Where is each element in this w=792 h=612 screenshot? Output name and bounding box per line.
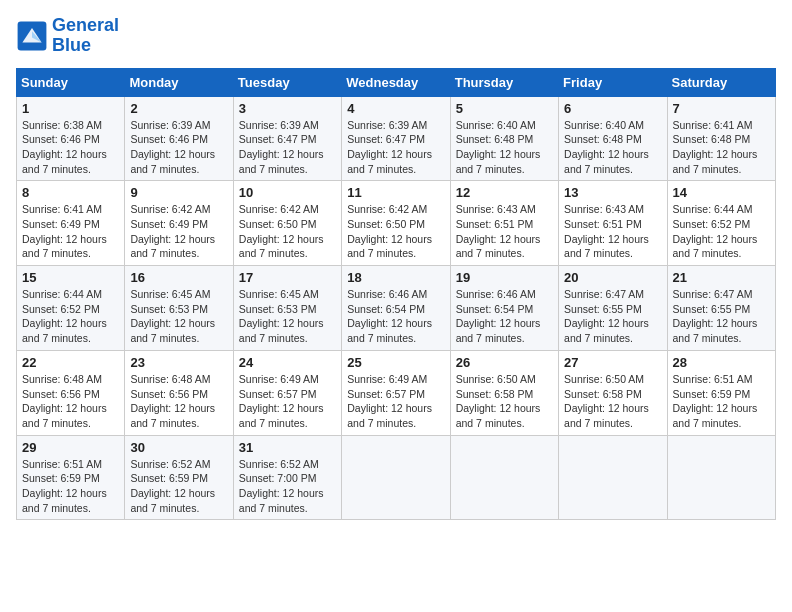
day-info: Sunrise: 6:51 AM Sunset: 6:59 PM Dayligh… <box>673 372 770 431</box>
day-info: Sunrise: 6:38 AM Sunset: 6:46 PM Dayligh… <box>22 118 119 177</box>
day-info: Sunrise: 6:39 AM Sunset: 6:47 PM Dayligh… <box>347 118 444 177</box>
calendar-cell: 3 Sunrise: 6:39 AM Sunset: 6:47 PM Dayli… <box>233 96 341 181</box>
calendar-cell: 6 Sunrise: 6:40 AM Sunset: 6:48 PM Dayli… <box>559 96 667 181</box>
day-number: 11 <box>347 185 444 200</box>
calendar-week-row: 29 Sunrise: 6:51 AM Sunset: 6:59 PM Dayl… <box>17 435 776 520</box>
day-number: 13 <box>564 185 661 200</box>
calendar-cell: 24 Sunrise: 6:49 AM Sunset: 6:57 PM Dayl… <box>233 350 341 435</box>
day-info: Sunrise: 6:52 AM Sunset: 6:59 PM Dayligh… <box>130 457 227 516</box>
calendar-cell: 12 Sunrise: 6:43 AM Sunset: 6:51 PM Dayl… <box>450 181 558 266</box>
day-info: Sunrise: 6:43 AM Sunset: 6:51 PM Dayligh… <box>456 202 553 261</box>
calendar-cell: 22 Sunrise: 6:48 AM Sunset: 6:56 PM Dayl… <box>17 350 125 435</box>
calendar-cell: 26 Sunrise: 6:50 AM Sunset: 6:58 PM Dayl… <box>450 350 558 435</box>
day-number: 4 <box>347 101 444 116</box>
calendar-cell: 20 Sunrise: 6:47 AM Sunset: 6:55 PM Dayl… <box>559 266 667 351</box>
day-info: Sunrise: 6:49 AM Sunset: 6:57 PM Dayligh… <box>239 372 336 431</box>
day-info: Sunrise: 6:45 AM Sunset: 6:53 PM Dayligh… <box>130 287 227 346</box>
day-number: 29 <box>22 440 119 455</box>
calendar-cell: 18 Sunrise: 6:46 AM Sunset: 6:54 PM Dayl… <box>342 266 450 351</box>
day-info: Sunrise: 6:44 AM Sunset: 6:52 PM Dayligh… <box>22 287 119 346</box>
day-info: Sunrise: 6:39 AM Sunset: 6:46 PM Dayligh… <box>130 118 227 177</box>
day-number: 16 <box>130 270 227 285</box>
day-number: 19 <box>456 270 553 285</box>
day-number: 27 <box>564 355 661 370</box>
day-number: 10 <box>239 185 336 200</box>
calendar-cell: 4 Sunrise: 6:39 AM Sunset: 6:47 PM Dayli… <box>342 96 450 181</box>
day-info: Sunrise: 6:42 AM Sunset: 6:49 PM Dayligh… <box>130 202 227 261</box>
day-info: Sunrise: 6:39 AM Sunset: 6:47 PM Dayligh… <box>239 118 336 177</box>
calendar-cell <box>559 435 667 520</box>
calendar-cell: 2 Sunrise: 6:39 AM Sunset: 6:46 PM Dayli… <box>125 96 233 181</box>
day-info: Sunrise: 6:48 AM Sunset: 6:56 PM Dayligh… <box>130 372 227 431</box>
weekday-header: Monday <box>125 68 233 96</box>
calendar-week-row: 15 Sunrise: 6:44 AM Sunset: 6:52 PM Dayl… <box>17 266 776 351</box>
day-number: 30 <box>130 440 227 455</box>
day-number: 24 <box>239 355 336 370</box>
day-number: 22 <box>22 355 119 370</box>
calendar-cell: 19 Sunrise: 6:46 AM Sunset: 6:54 PM Dayl… <box>450 266 558 351</box>
calendar-cell: 13 Sunrise: 6:43 AM Sunset: 6:51 PM Dayl… <box>559 181 667 266</box>
day-number: 21 <box>673 270 770 285</box>
calendar-cell: 31 Sunrise: 6:52 AM Sunset: 7:00 PM Dayl… <box>233 435 341 520</box>
page-header: General Blue <box>16 16 776 56</box>
calendar-table: SundayMondayTuesdayWednesdayThursdayFrid… <box>16 68 776 521</box>
day-number: 15 <box>22 270 119 285</box>
calendar-cell: 23 Sunrise: 6:48 AM Sunset: 6:56 PM Dayl… <box>125 350 233 435</box>
weekday-header: Thursday <box>450 68 558 96</box>
calendar-cell: 21 Sunrise: 6:47 AM Sunset: 6:55 PM Dayl… <box>667 266 775 351</box>
day-number: 17 <box>239 270 336 285</box>
day-info: Sunrise: 6:48 AM Sunset: 6:56 PM Dayligh… <box>22 372 119 431</box>
day-number: 25 <box>347 355 444 370</box>
calendar-cell: 9 Sunrise: 6:42 AM Sunset: 6:49 PM Dayli… <box>125 181 233 266</box>
day-number: 3 <box>239 101 336 116</box>
calendar-cell: 25 Sunrise: 6:49 AM Sunset: 6:57 PM Dayl… <box>342 350 450 435</box>
day-info: Sunrise: 6:50 AM Sunset: 6:58 PM Dayligh… <box>564 372 661 431</box>
day-number: 6 <box>564 101 661 116</box>
calendar-cell <box>667 435 775 520</box>
day-number: 20 <box>564 270 661 285</box>
day-number: 14 <box>673 185 770 200</box>
logo: General Blue <box>16 16 119 56</box>
calendar-body: 1 Sunrise: 6:38 AM Sunset: 6:46 PM Dayli… <box>17 96 776 520</box>
day-info: Sunrise: 6:46 AM Sunset: 6:54 PM Dayligh… <box>347 287 444 346</box>
day-info: Sunrise: 6:41 AM Sunset: 6:48 PM Dayligh… <box>673 118 770 177</box>
logo-text: General Blue <box>52 16 119 56</box>
day-number: 12 <box>456 185 553 200</box>
calendar-cell: 16 Sunrise: 6:45 AM Sunset: 6:53 PM Dayl… <box>125 266 233 351</box>
day-info: Sunrise: 6:42 AM Sunset: 6:50 PM Dayligh… <box>239 202 336 261</box>
day-number: 2 <box>130 101 227 116</box>
calendar-cell: 27 Sunrise: 6:50 AM Sunset: 6:58 PM Dayl… <box>559 350 667 435</box>
day-number: 26 <box>456 355 553 370</box>
calendar-cell <box>450 435 558 520</box>
day-number: 1 <box>22 101 119 116</box>
day-info: Sunrise: 6:40 AM Sunset: 6:48 PM Dayligh… <box>456 118 553 177</box>
day-info: Sunrise: 6:47 AM Sunset: 6:55 PM Dayligh… <box>564 287 661 346</box>
calendar-week-row: 8 Sunrise: 6:41 AM Sunset: 6:49 PM Dayli… <box>17 181 776 266</box>
calendar-week-row: 1 Sunrise: 6:38 AM Sunset: 6:46 PM Dayli… <box>17 96 776 181</box>
weekday-header: Saturday <box>667 68 775 96</box>
calendar-cell <box>342 435 450 520</box>
day-info: Sunrise: 6:52 AM Sunset: 7:00 PM Dayligh… <box>239 457 336 516</box>
weekday-header: Wednesday <box>342 68 450 96</box>
calendar-cell: 28 Sunrise: 6:51 AM Sunset: 6:59 PM Dayl… <box>667 350 775 435</box>
day-info: Sunrise: 6:51 AM Sunset: 6:59 PM Dayligh… <box>22 457 119 516</box>
day-info: Sunrise: 6:45 AM Sunset: 6:53 PM Dayligh… <box>239 287 336 346</box>
weekday-header: Tuesday <box>233 68 341 96</box>
calendar-cell: 7 Sunrise: 6:41 AM Sunset: 6:48 PM Dayli… <box>667 96 775 181</box>
calendar-cell: 17 Sunrise: 6:45 AM Sunset: 6:53 PM Dayl… <box>233 266 341 351</box>
day-info: Sunrise: 6:43 AM Sunset: 6:51 PM Dayligh… <box>564 202 661 261</box>
calendar-cell: 29 Sunrise: 6:51 AM Sunset: 6:59 PM Dayl… <box>17 435 125 520</box>
day-number: 18 <box>347 270 444 285</box>
calendar-cell: 1 Sunrise: 6:38 AM Sunset: 6:46 PM Dayli… <box>17 96 125 181</box>
day-info: Sunrise: 6:41 AM Sunset: 6:49 PM Dayligh… <box>22 202 119 261</box>
day-number: 28 <box>673 355 770 370</box>
day-info: Sunrise: 6:50 AM Sunset: 6:58 PM Dayligh… <box>456 372 553 431</box>
weekday-header: Sunday <box>17 68 125 96</box>
day-number: 23 <box>130 355 227 370</box>
calendar-cell: 15 Sunrise: 6:44 AM Sunset: 6:52 PM Dayl… <box>17 266 125 351</box>
day-info: Sunrise: 6:47 AM Sunset: 6:55 PM Dayligh… <box>673 287 770 346</box>
day-info: Sunrise: 6:49 AM Sunset: 6:57 PM Dayligh… <box>347 372 444 431</box>
calendar-cell: 10 Sunrise: 6:42 AM Sunset: 6:50 PM Dayl… <box>233 181 341 266</box>
calendar-cell: 14 Sunrise: 6:44 AM Sunset: 6:52 PM Dayl… <box>667 181 775 266</box>
day-number: 5 <box>456 101 553 116</box>
